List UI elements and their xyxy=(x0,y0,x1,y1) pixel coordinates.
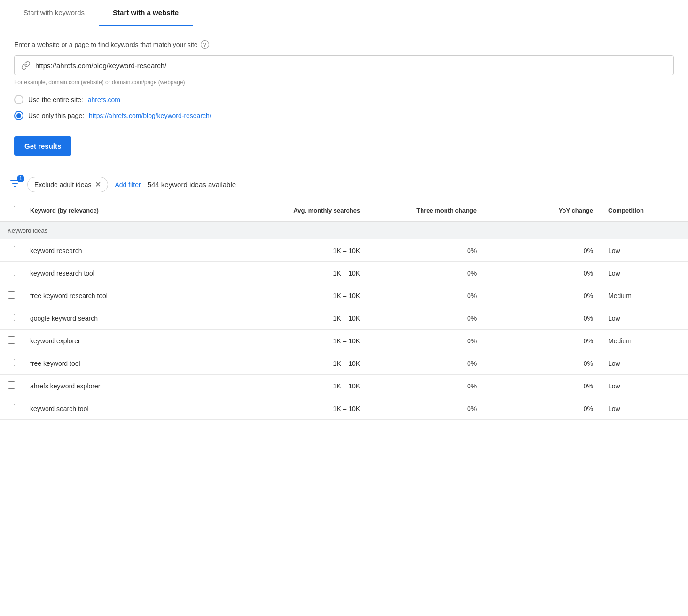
get-results-button[interactable]: Get results xyxy=(14,136,71,156)
table-row: keyword research tool 1K – 10K 0% 0% Low xyxy=(0,262,688,284)
row-checkbox[interactable] xyxy=(8,336,15,344)
row-yoy: 0% xyxy=(484,352,601,375)
radio-btn-entire[interactable] xyxy=(14,95,23,104)
row-avg-monthly: 1K – 10K xyxy=(241,375,367,397)
row-yoy: 0% xyxy=(484,397,601,420)
row-competition: Medium xyxy=(601,330,688,352)
row-yoy: 0% xyxy=(484,375,601,397)
row-keyword: google keyword search xyxy=(23,307,241,330)
row-avg-monthly: 1K – 10K xyxy=(241,397,367,420)
row-three-month: 0% xyxy=(367,352,484,375)
row-three-month: 0% xyxy=(367,330,484,352)
radio-entire-label: Use the entire site: xyxy=(28,96,83,103)
section-label: Enter a website or a page to find keywor… xyxy=(14,40,674,49)
row-competition: Low xyxy=(601,262,688,284)
help-icon[interactable]: ? xyxy=(201,40,209,49)
row-three-month: 0% xyxy=(367,307,484,330)
row-checkbox[interactable] xyxy=(8,246,15,253)
row-competition: Low xyxy=(601,239,688,262)
results-table: Keyword (by relevance) Avg. monthly sear… xyxy=(0,199,688,420)
row-checkbox-cell[interactable] xyxy=(0,262,23,284)
row-keyword: keyword research tool xyxy=(23,262,241,284)
row-three-month: 0% xyxy=(367,397,484,420)
row-checkbox-cell[interactable] xyxy=(0,397,23,420)
row-three-month: 0% xyxy=(367,284,484,307)
row-avg-monthly: 1K – 10K xyxy=(241,239,367,262)
row-yoy: 0% xyxy=(484,330,601,352)
row-yoy: 0% xyxy=(484,239,601,262)
label-text: Enter a website or a page to find keywor… xyxy=(14,41,198,48)
row-yoy: 0% xyxy=(484,307,601,330)
col-avg-monthly[interactable]: Avg. monthly searches xyxy=(241,199,367,222)
main-content: Enter a website or a page to find keywor… xyxy=(0,26,688,170)
radio-btn-page[interactable] xyxy=(14,111,23,120)
table-header-row: Keyword (by relevance) Avg. monthly sear… xyxy=(0,199,688,222)
filter-chip-label: Exclude adult ideas xyxy=(34,181,91,189)
select-all-cell[interactable] xyxy=(0,199,23,222)
radio-entire-link[interactable]: ahrefs.com xyxy=(88,96,120,103)
row-keyword: ahrefs keyword explorer xyxy=(23,375,241,397)
row-competition: Low xyxy=(601,397,688,420)
table-row: free keyword tool 1K – 10K 0% 0% Low xyxy=(0,352,688,375)
row-keyword: free keyword research tool xyxy=(23,284,241,307)
row-checkbox-cell[interactable] xyxy=(0,352,23,375)
tab-website[interactable]: Start with a website xyxy=(99,0,193,26)
url-input-wrapper xyxy=(14,55,674,75)
row-checkbox[interactable] xyxy=(8,314,15,321)
tab-keywords[interactable]: Start with keywords xyxy=(9,0,99,26)
filter-badge: 1 xyxy=(17,175,24,182)
url-input[interactable] xyxy=(35,62,667,70)
row-checkbox[interactable] xyxy=(8,381,15,389)
row-competition: Low xyxy=(601,307,688,330)
radio-page-link[interactable]: https://ahrefs.com/blog/keyword-research… xyxy=(89,112,211,119)
table-row: free keyword research tool 1K – 10K 0% 0… xyxy=(0,284,688,307)
col-competition[interactable]: Competition xyxy=(601,199,688,222)
link-icon xyxy=(21,61,31,70)
keyword-ideas-label: Keyword ideas xyxy=(0,222,688,239)
row-three-month: 0% xyxy=(367,375,484,397)
close-icon[interactable]: ✕ xyxy=(95,180,101,189)
row-checkbox[interactable] xyxy=(8,269,15,276)
row-checkbox-cell[interactable] xyxy=(0,239,23,262)
row-avg-monthly: 1K – 10K xyxy=(241,262,367,284)
filter-chip-adult[interactable]: Exclude adult ideas ✕ xyxy=(27,177,108,192)
row-checkbox-cell[interactable] xyxy=(0,307,23,330)
filter-icon-wrapper: 1 xyxy=(9,178,21,192)
col-three-month[interactable]: Three month change xyxy=(367,199,484,222)
select-all-checkbox[interactable] xyxy=(8,206,15,213)
filter-bar: 1 Exclude adult ideas ✕ Add filter 544 k… xyxy=(0,170,688,199)
row-checkbox-cell[interactable] xyxy=(0,284,23,307)
keyword-count: 544 keyword ideas available xyxy=(148,181,236,189)
row-yoy: 0% xyxy=(484,262,601,284)
row-checkbox[interactable] xyxy=(8,359,15,366)
hint-text: For example, domain.com (website) or dom… xyxy=(14,79,674,86)
add-filter-button[interactable]: Add filter xyxy=(115,181,141,189)
col-yoy[interactable]: YoY change xyxy=(484,199,601,222)
row-checkbox-cell[interactable] xyxy=(0,330,23,352)
row-checkbox-cell[interactable] xyxy=(0,375,23,397)
row-three-month: 0% xyxy=(367,239,484,262)
row-keyword: keyword explorer xyxy=(23,330,241,352)
keyword-ideas-group-header: Keyword ideas xyxy=(0,222,688,239)
row-keyword: free keyword tool xyxy=(23,352,241,375)
row-yoy: 0% xyxy=(484,284,601,307)
table-row: keyword research 1K – 10K 0% 0% Low xyxy=(0,239,688,262)
table-row: google keyword search 1K – 10K 0% 0% Low xyxy=(0,307,688,330)
col-keyword[interactable]: Keyword (by relevance) xyxy=(23,199,241,222)
radio-this-page[interactable]: Use only this page: https://ahrefs.com/b… xyxy=(14,111,674,120)
row-keyword: keyword research xyxy=(23,239,241,262)
row-three-month: 0% xyxy=(367,262,484,284)
tabs-bar: Start with keywords Start with a website xyxy=(0,0,688,26)
radio-entire-site[interactable]: Use the entire site: ahrefs.com xyxy=(14,95,674,104)
table-row: keyword search tool 1K – 10K 0% 0% Low xyxy=(0,397,688,420)
row-competition: Low xyxy=(601,352,688,375)
row-competition: Low xyxy=(601,375,688,397)
row-checkbox[interactable] xyxy=(8,404,15,411)
row-avg-monthly: 1K – 10K xyxy=(241,307,367,330)
row-avg-monthly: 1K – 10K xyxy=(241,352,367,375)
row-competition: Medium xyxy=(601,284,688,307)
radio-page-label: Use only this page: xyxy=(28,112,84,119)
row-checkbox[interactable] xyxy=(8,291,15,299)
row-keyword: keyword search tool xyxy=(23,397,241,420)
row-avg-monthly: 1K – 10K xyxy=(241,330,367,352)
